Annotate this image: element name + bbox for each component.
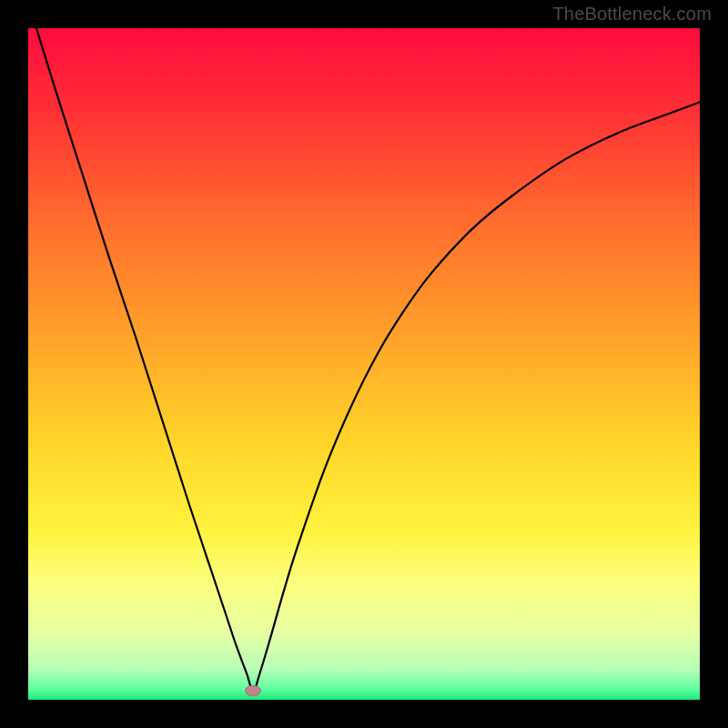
bottleneck-curve-path xyxy=(28,28,700,691)
optimal-point-marker xyxy=(245,685,261,696)
plot-area xyxy=(28,28,700,700)
watermark-text: TheBottleneck.com xyxy=(552,4,712,25)
page-root: TheBottleneck.com xyxy=(0,0,728,728)
chart-svg xyxy=(28,28,700,700)
